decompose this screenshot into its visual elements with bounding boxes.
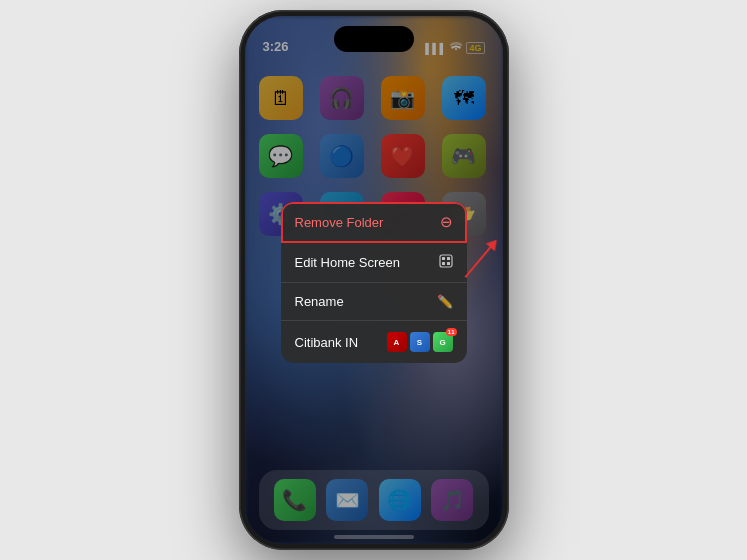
citibank-label: Citibank IN [295,335,359,350]
svg-rect-2 [447,257,450,260]
svg-rect-1 [442,257,445,260]
menu-item-citibank[interactable]: Citibank IN A S G 11 [281,321,467,363]
remove-folder-icon: ⊖ [440,213,453,231]
remove-folder-label: Remove Folder [295,215,384,230]
context-menu: Remove Folder ⊖ Edit Home Screen [281,202,467,363]
rename-label: Rename [295,294,344,309]
phone-frame: 3:26 ▌▌▌ 4G 🗓 🎧 📸 🗺 💬 🔵 ❤️ [239,10,509,550]
citibank-icons: A S G 11 [387,332,453,352]
phone-screen: 3:26 ▌▌▌ 4G 🗓 🎧 📸 🗺 💬 🔵 ❤️ [245,16,503,544]
menu-item-rename[interactable]: Rename ✏️ [281,283,467,321]
stocks-icon: S [410,332,430,352]
notification-badge: 11 [446,328,457,336]
maps-icon: A [387,332,407,352]
svg-rect-0 [440,255,452,267]
badge-icon: G 11 [433,332,453,352]
edit-home-screen-icon [439,254,453,271]
svg-rect-4 [447,262,450,265]
menu-item-edit-home-screen[interactable]: Edit Home Screen [281,243,467,283]
svg-rect-3 [442,262,445,265]
menu-item-remove-folder[interactable]: Remove Folder ⊖ [281,202,467,243]
rename-icon: ✏️ [437,294,453,309]
edit-home-screen-label: Edit Home Screen [295,255,401,270]
